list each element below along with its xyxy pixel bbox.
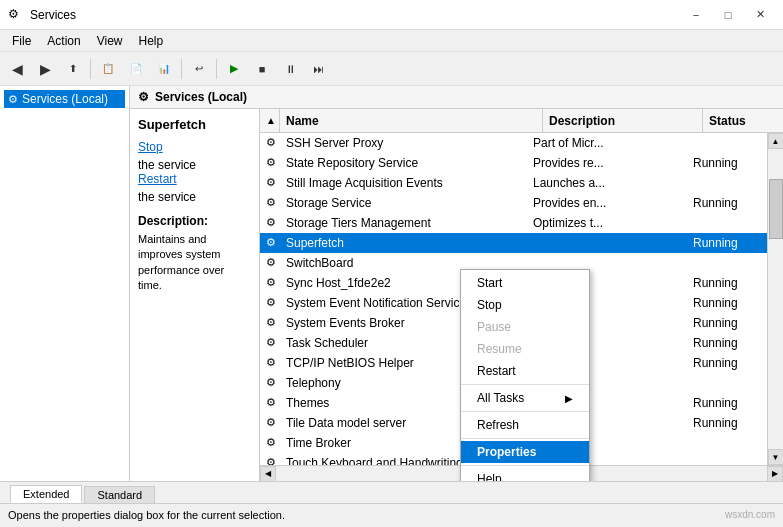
ctx-separator xyxy=(461,438,589,439)
row-desc-cell: Provides re... xyxy=(527,153,687,172)
row-icon-cell: ⚙ xyxy=(260,233,280,252)
service-icon: ⚙ xyxy=(266,276,276,289)
row-status-cell: Running xyxy=(687,413,767,432)
toolbar-back[interactable]: ◀ xyxy=(4,56,30,82)
maximize-button[interactable]: □ xyxy=(713,5,743,25)
row-status-cell: Running xyxy=(687,313,767,332)
restart-service-link[interactable]: Restart xyxy=(138,172,251,186)
row-status-cell xyxy=(687,173,767,192)
row-status-cell: Running xyxy=(687,333,767,352)
service-icon: ⚙ xyxy=(266,316,276,329)
toolbar-stop[interactable]: ■ xyxy=(249,56,275,82)
row-icon-cell: ⚙ xyxy=(260,373,280,392)
toolbar-export[interactable]: 📄 xyxy=(123,56,149,82)
services-header-icon: ⚙ xyxy=(138,90,149,104)
h-scroll-right-button[interactable]: ▶ xyxy=(767,466,783,482)
ctx-item-start[interactable]: Start xyxy=(461,272,589,294)
row-status-cell xyxy=(687,373,767,392)
toolbar-properties[interactable]: 📊 xyxy=(151,56,177,82)
ctx-item-help[interactable]: Help xyxy=(461,468,589,481)
detail-desc-label: Description: xyxy=(138,214,251,228)
row-status-cell xyxy=(687,433,767,452)
toolbar-show-hide[interactable]: 📋 xyxy=(95,56,121,82)
ctx-item-restart[interactable]: Restart xyxy=(461,360,589,382)
ctx-separator xyxy=(461,465,589,466)
close-button[interactable]: ✕ xyxy=(745,5,775,25)
tabs-bar: Extended Standard xyxy=(0,481,783,503)
detail-title: Superfetch xyxy=(138,117,251,132)
menu-help[interactable]: Help xyxy=(131,32,172,50)
col-header-name[interactable]: Name xyxy=(280,109,543,132)
service-icon: ⚙ xyxy=(266,436,276,449)
context-menu: StartStopPauseResumeRestartAll Tasks▶Ref… xyxy=(460,269,590,481)
table-row[interactable]: ⚙State Repository ServiceProvides re...R… xyxy=(260,153,767,173)
tab-standard[interactable]: Standard xyxy=(84,486,155,503)
tree-item-icon: ⚙ xyxy=(8,93,18,106)
row-icon-cell: ⚙ xyxy=(260,153,280,172)
title-bar: ⚙ Services − □ ✕ xyxy=(0,0,783,30)
title-bar-left: ⚙ Services xyxy=(8,7,76,23)
ctx-item-label: Resume xyxy=(477,342,522,356)
toolbar-restart[interactable]: ⏭ xyxy=(305,56,331,82)
row-status-cell: Running xyxy=(687,353,767,372)
ctx-separator xyxy=(461,384,589,385)
ctx-item-stop[interactable]: Stop xyxy=(461,294,589,316)
row-icon-cell: ⚙ xyxy=(260,353,280,372)
menu-action[interactable]: Action xyxy=(39,32,88,50)
scroll-down-button[interactable]: ▼ xyxy=(768,449,784,465)
scroll-up-button[interactable]: ▲ xyxy=(768,133,784,149)
right-panel: ⚙ Services (Local) Superfetch Stop the s… xyxy=(130,86,783,481)
toolbar-forward[interactable]: ▶ xyxy=(32,56,58,82)
detail-restart-line: Restart the service xyxy=(138,172,251,204)
scroll-track xyxy=(768,149,784,449)
ctx-item-properties[interactable]: Properties xyxy=(461,441,589,463)
menu-file[interactable]: File xyxy=(4,32,39,50)
tree-item-services-local[interactable]: ⚙ Services (Local) xyxy=(4,90,125,108)
table-row[interactable]: ⚙SuperfetchRunning xyxy=(260,233,767,253)
table-row[interactable]: ⚙Storage ServiceProvides en...Running xyxy=(260,193,767,213)
row-icon-cell: ⚙ xyxy=(260,173,280,192)
table-row[interactable]: ⚙Storage Tiers ManagementOptimizes t... xyxy=(260,213,767,233)
row-status-cell xyxy=(687,133,767,152)
row-name-cell: SSH Server Proxy xyxy=(280,133,527,152)
minimize-button[interactable]: − xyxy=(681,5,711,25)
detail-stop-line: Stop the service xyxy=(138,140,251,172)
row-status-cell: Running xyxy=(687,153,767,172)
col-header-status[interactable]: Status xyxy=(703,109,783,132)
row-status-cell: Running xyxy=(687,273,767,292)
ctx-item-pause: Pause xyxy=(461,316,589,338)
ctx-item-arrow: ▶ xyxy=(565,393,573,404)
status-bar: Opens the properties dialog box for the … xyxy=(0,503,783,525)
row-icon-cell: ⚙ xyxy=(260,273,280,292)
ctx-item-label: All Tasks xyxy=(477,391,524,405)
table-row[interactable]: ⚙SSH Server ProxyPart of Micr... xyxy=(260,133,767,153)
ctx-item-label: Stop xyxy=(477,298,502,312)
toolbar-start[interactable]: ▶ xyxy=(221,56,247,82)
stop-service-link[interactable]: Stop xyxy=(138,140,251,154)
toolbar-up[interactable]: ⬆ xyxy=(60,56,86,82)
h-scroll-left-button[interactable]: ◀ xyxy=(260,466,276,482)
menu-bar: File Action View Help xyxy=(0,30,783,52)
service-icon: ⚙ xyxy=(266,216,276,229)
ctx-item-all-tasks[interactable]: All Tasks▶ xyxy=(461,387,589,409)
service-icon: ⚙ xyxy=(266,256,276,269)
row-status-cell xyxy=(687,213,767,232)
ctx-item-refresh[interactable]: Refresh xyxy=(461,414,589,436)
service-icon: ⚙ xyxy=(266,196,276,209)
toolbar: ◀ ▶ ⬆ 📋 📄 📊 ↩ ▶ ■ ⏸ ⏭ xyxy=(0,52,783,86)
menu-view[interactable]: View xyxy=(89,32,131,50)
watermark: wsxdn.com xyxy=(725,509,775,520)
tab-extended[interactable]: Extended xyxy=(10,485,82,503)
scroll-thumb[interactable] xyxy=(769,179,783,239)
col-header-icon[interactable]: ▲ xyxy=(260,109,280,132)
row-desc-cell: Optimizes t... xyxy=(527,213,687,232)
row-desc-cell: Part of Micr... xyxy=(527,133,687,152)
col-header-description[interactable]: Description xyxy=(543,109,703,132)
row-desc-cell: Launches a... xyxy=(527,173,687,192)
toolbar-refresh[interactable]: ↩ xyxy=(186,56,212,82)
toolbar-pause[interactable]: ⏸ xyxy=(277,56,303,82)
table-row[interactable]: ⚙Still Image Acquisition EventsLaunches … xyxy=(260,173,767,193)
service-icon: ⚙ xyxy=(266,336,276,349)
service-icon: ⚙ xyxy=(266,456,276,465)
row-icon-cell: ⚙ xyxy=(260,253,280,272)
